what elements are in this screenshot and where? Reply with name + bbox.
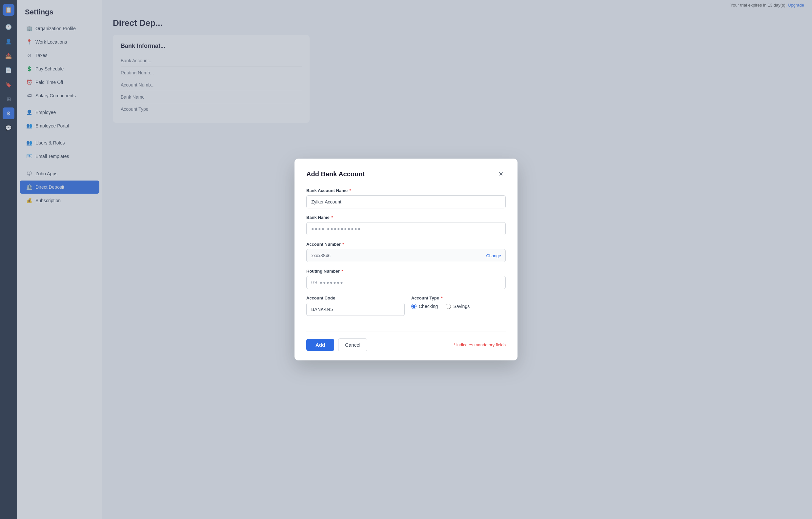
add-button[interactable]: Add [306, 339, 334, 351]
account-number-wrapper: Change [306, 249, 506, 262]
required-star: * [350, 188, 351, 193]
account-number-input[interactable] [306, 249, 506, 262]
required-star-acct: * [342, 242, 344, 247]
change-account-number-link[interactable]: Change [486, 253, 501, 258]
account-type-options: Checking Savings [411, 304, 506, 309]
account-number-group: Account Number * Change [306, 242, 506, 262]
account-type-col: Account Type * Checking Savings [411, 296, 506, 323]
routing-number-label: Routing Number * [306, 269, 506, 274]
add-bank-account-modal: Add Bank Account ✕ Bank Account Name * B… [294, 159, 518, 360]
account-type-label: Account Type * [411, 296, 506, 301]
account-number-label: Account Number * [306, 242, 506, 247]
bank-account-name-group: Bank Account Name * [306, 188, 506, 208]
main-content: Your trial expires in 13 day(s). Upgrade… [102, 0, 812, 519]
bank-name-input[interactable] [306, 222, 506, 235]
savings-radio[interactable] [446, 304, 451, 309]
checking-option[interactable]: Checking [411, 304, 438, 309]
modal-header: Add Bank Account ✕ [306, 169, 506, 179]
savings-option[interactable]: Savings [446, 304, 470, 309]
required-star-bank: * [331, 215, 333, 220]
checking-radio[interactable] [411, 304, 416, 309]
routing-number-group: Routing Number * [306, 269, 506, 289]
modal-close-button[interactable]: ✕ [496, 169, 506, 179]
account-type-group: Account Type * Checking Savings [411, 296, 506, 309]
modal-overlay[interactable]: Add Bank Account ✕ Bank Account Name * B… [102, 0, 812, 519]
bank-account-name-label: Bank Account Name * [306, 188, 506, 193]
bank-name-group: Bank Name * [306, 215, 506, 235]
modal-title: Add Bank Account [306, 171, 365, 178]
modal-footer: Add Cancel * indicates mandatory fields [306, 332, 506, 351]
routing-number-input[interactable] [306, 276, 506, 289]
bank-name-label: Bank Name * [306, 215, 506, 220]
account-code-input[interactable] [306, 303, 405, 316]
required-star-type: * [441, 296, 443, 301]
bank-account-name-input[interactable] [306, 195, 506, 208]
cancel-button[interactable]: Cancel [338, 338, 367, 351]
account-code-col: Account Code [306, 296, 405, 323]
required-star-routing: * [341, 269, 343, 274]
account-code-group: Account Code [306, 296, 405, 316]
account-code-type-row: Account Code Account Type * Chec [306, 296, 506, 323]
mandatory-note: * indicates mandatory fields [454, 342, 506, 347]
account-code-label: Account Code [306, 296, 405, 301]
